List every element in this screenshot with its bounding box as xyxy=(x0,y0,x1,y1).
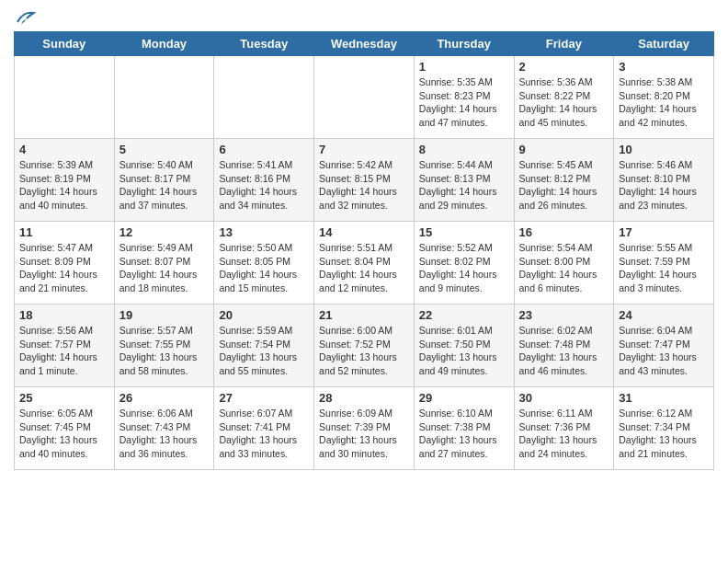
day-number: 16 xyxy=(519,225,609,239)
calendar-cell: 29Sunrise: 6:10 AM Sunset: 7:38 PM Dayli… xyxy=(414,387,514,470)
calendar: SundayMondayTuesdayWednesdayThursdayFrid… xyxy=(14,31,714,470)
day-number: 6 xyxy=(219,143,309,156)
logo xyxy=(14,9,36,26)
day-number: 30 xyxy=(519,391,609,405)
calendar-cell: 19Sunrise: 5:57 AM Sunset: 7:55 PM Dayli… xyxy=(114,304,214,387)
day-info: Sunrise: 5:41 AM Sunset: 8:16 PM Dayligh… xyxy=(219,158,309,213)
calendar-cell: 10Sunrise: 5:46 AM Sunset: 8:10 PM Dayli… xyxy=(614,139,714,222)
day-number: 13 xyxy=(219,225,309,239)
day-of-week-header: Saturday xyxy=(614,32,714,56)
day-info: Sunrise: 5:52 AM Sunset: 8:02 PM Dayligh… xyxy=(419,241,509,295)
calendar-cell: 5Sunrise: 5:40 AM Sunset: 8:17 PM Daylig… xyxy=(114,139,214,222)
day-number: 7 xyxy=(319,143,409,156)
day-info: Sunrise: 6:09 AM Sunset: 7:39 PM Dayligh… xyxy=(319,407,409,461)
calendar-cell: 8Sunrise: 5:44 AM Sunset: 8:13 PM Daylig… xyxy=(414,139,514,222)
day-number: 22 xyxy=(419,308,509,322)
day-number: 2 xyxy=(519,60,609,74)
calendar-header-row: SundayMondayTuesdayWednesdayThursdayFrid… xyxy=(15,32,714,56)
day-info: Sunrise: 5:36 AM Sunset: 8:22 PM Dayligh… xyxy=(519,75,609,130)
calendar-cell: 4Sunrise: 5:39 AM Sunset: 8:19 PM Daylig… xyxy=(15,139,115,222)
calendar-week-row: 1Sunrise: 5:35 AM Sunset: 8:23 PM Daylig… xyxy=(15,56,714,139)
calendar-cell: 12Sunrise: 5:49 AM Sunset: 8:07 PM Dayli… xyxy=(114,222,214,304)
day-number: 10 xyxy=(619,143,709,156)
calendar-cell xyxy=(214,56,314,139)
day-number: 4 xyxy=(19,143,109,156)
calendar-cell: 31Sunrise: 6:12 AM Sunset: 7:34 PM Dayli… xyxy=(614,387,714,470)
day-info: Sunrise: 5:44 AM Sunset: 8:13 PM Dayligh… xyxy=(419,158,509,213)
day-number: 25 xyxy=(19,391,109,405)
calendar-cell: 6Sunrise: 5:41 AM Sunset: 8:16 PM Daylig… xyxy=(214,139,314,222)
day-number: 20 xyxy=(219,308,309,322)
day-number: 29 xyxy=(419,391,509,405)
day-info: Sunrise: 5:56 AM Sunset: 7:57 PM Dayligh… xyxy=(19,324,109,378)
calendar-cell: 9Sunrise: 5:45 AM Sunset: 8:12 PM Daylig… xyxy=(514,139,614,222)
day-info: Sunrise: 5:57 AM Sunset: 7:55 PM Dayligh… xyxy=(119,324,210,378)
day-info: Sunrise: 5:54 AM Sunset: 8:00 PM Dayligh… xyxy=(519,241,609,295)
day-number: 14 xyxy=(319,225,409,239)
calendar-cell: 14Sunrise: 5:51 AM Sunset: 8:04 PM Dayli… xyxy=(314,222,415,304)
calendar-week-row: 11Sunrise: 5:47 AM Sunset: 8:09 PM Dayli… xyxy=(15,222,714,304)
day-info: Sunrise: 6:06 AM Sunset: 7:43 PM Dayligh… xyxy=(119,407,210,461)
calendar-cell: 15Sunrise: 5:52 AM Sunset: 8:02 PM Dayli… xyxy=(414,222,514,304)
day-number: 27 xyxy=(219,391,309,405)
day-info: Sunrise: 6:10 AM Sunset: 7:38 PM Dayligh… xyxy=(419,407,509,461)
calendar-cell: 1Sunrise: 5:35 AM Sunset: 8:23 PM Daylig… xyxy=(414,56,514,139)
day-info: Sunrise: 5:39 AM Sunset: 8:19 PM Dayligh… xyxy=(19,158,109,213)
calendar-cell: 18Sunrise: 5:56 AM Sunset: 7:57 PM Dayli… xyxy=(15,304,115,387)
day-info: Sunrise: 5:47 AM Sunset: 8:09 PM Dayligh… xyxy=(19,241,109,295)
day-number: 11 xyxy=(19,225,109,239)
calendar-cell: 17Sunrise: 5:55 AM Sunset: 7:59 PM Dayli… xyxy=(614,222,714,304)
day-info: Sunrise: 6:11 AM Sunset: 7:36 PM Dayligh… xyxy=(519,407,609,461)
day-info: Sunrise: 5:59 AM Sunset: 7:54 PM Dayligh… xyxy=(219,324,309,378)
day-of-week-header: Thursday xyxy=(414,32,514,56)
day-of-week-header: Friday xyxy=(514,32,614,56)
day-number: 28 xyxy=(319,391,409,405)
day-number: 5 xyxy=(119,143,210,156)
calendar-cell: 23Sunrise: 6:02 AM Sunset: 7:48 PM Dayli… xyxy=(514,304,614,387)
day-number: 17 xyxy=(619,225,709,239)
logo-bird-icon xyxy=(16,9,36,26)
calendar-cell: 24Sunrise: 6:04 AM Sunset: 7:47 PM Dayli… xyxy=(614,304,714,387)
day-of-week-header: Wednesday xyxy=(314,32,415,56)
day-number: 23 xyxy=(519,308,609,322)
calendar-cell xyxy=(314,56,415,139)
calendar-cell xyxy=(15,56,115,139)
calendar-cell: 20Sunrise: 5:59 AM Sunset: 7:54 PM Dayli… xyxy=(214,304,314,387)
day-number: 26 xyxy=(119,391,210,405)
calendar-week-row: 4Sunrise: 5:39 AM Sunset: 8:19 PM Daylig… xyxy=(15,139,714,222)
day-number: 8 xyxy=(419,143,509,156)
calendar-cell: 3Sunrise: 5:38 AM Sunset: 8:20 PM Daylig… xyxy=(614,56,714,139)
day-info: Sunrise: 6:04 AM Sunset: 7:47 PM Dayligh… xyxy=(619,324,709,378)
calendar-cell xyxy=(114,56,214,139)
calendar-cell: 22Sunrise: 6:01 AM Sunset: 7:50 PM Dayli… xyxy=(414,304,514,387)
calendar-cell: 11Sunrise: 5:47 AM Sunset: 8:09 PM Dayli… xyxy=(15,222,115,304)
day-info: Sunrise: 5:40 AM Sunset: 8:17 PM Dayligh… xyxy=(119,158,210,213)
day-number: 15 xyxy=(419,225,509,239)
calendar-cell: 25Sunrise: 6:05 AM Sunset: 7:45 PM Dayli… xyxy=(15,387,115,470)
day-info: Sunrise: 5:45 AM Sunset: 8:12 PM Dayligh… xyxy=(519,158,609,213)
calendar-cell: 28Sunrise: 6:09 AM Sunset: 7:39 PM Dayli… xyxy=(314,387,415,470)
day-info: Sunrise: 5:42 AM Sunset: 8:15 PM Dayligh… xyxy=(319,158,409,213)
calendar-cell: 27Sunrise: 6:07 AM Sunset: 7:41 PM Dayli… xyxy=(214,387,314,470)
calendar-week-row: 18Sunrise: 5:56 AM Sunset: 7:57 PM Dayli… xyxy=(15,304,714,387)
day-info: Sunrise: 6:02 AM Sunset: 7:48 PM Dayligh… xyxy=(519,324,609,378)
calendar-cell: 30Sunrise: 6:11 AM Sunset: 7:36 PM Dayli… xyxy=(514,387,614,470)
page: SundayMondayTuesdayWednesdayThursdayFrid… xyxy=(0,0,728,479)
day-info: Sunrise: 6:07 AM Sunset: 7:41 PM Dayligh… xyxy=(219,407,309,461)
header xyxy=(14,9,714,26)
calendar-cell: 13Sunrise: 5:50 AM Sunset: 8:05 PM Dayli… xyxy=(214,222,314,304)
day-info: Sunrise: 5:51 AM Sunset: 8:04 PM Dayligh… xyxy=(319,241,409,295)
day-info: Sunrise: 6:01 AM Sunset: 7:50 PM Dayligh… xyxy=(419,324,509,378)
day-info: Sunrise: 5:46 AM Sunset: 8:10 PM Dayligh… xyxy=(619,158,709,213)
day-number: 31 xyxy=(619,391,709,405)
day-info: Sunrise: 5:35 AM Sunset: 8:23 PM Dayligh… xyxy=(419,75,509,130)
day-of-week-header: Monday xyxy=(114,32,214,56)
day-info: Sunrise: 5:55 AM Sunset: 7:59 PM Dayligh… xyxy=(619,241,709,295)
day-number: 3 xyxy=(619,60,709,74)
day-info: Sunrise: 6:00 AM Sunset: 7:52 PM Dayligh… xyxy=(319,324,409,378)
day-info: Sunrise: 5:49 AM Sunset: 8:07 PM Dayligh… xyxy=(119,241,210,295)
day-number: 1 xyxy=(419,60,509,74)
day-info: Sunrise: 5:38 AM Sunset: 8:20 PM Dayligh… xyxy=(619,75,709,130)
calendar-cell: 7Sunrise: 5:42 AM Sunset: 8:15 PM Daylig… xyxy=(314,139,415,222)
day-number: 19 xyxy=(119,308,210,322)
